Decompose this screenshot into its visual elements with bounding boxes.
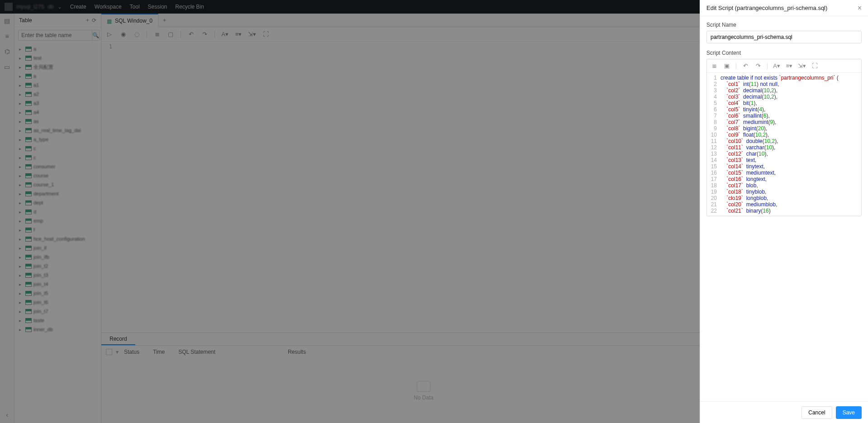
add-icon[interactable]: + <box>86 17 89 24</box>
refresh-icon[interactable]: ⟳ <box>92 17 96 24</box>
table-item[interactable]: ▸a4 <box>14 108 101 117</box>
table-name: join_t3 <box>33 272 48 278</box>
menu-workspace[interactable]: Workspace <box>95 4 122 10</box>
tab-add-button[interactable]: + <box>158 17 171 24</box>
table-item[interactable]: ▸join_t4 <box>14 280 101 289</box>
caret-icon: ▸ <box>19 237 24 242</box>
undo-icon[interactable]: ↶ <box>187 31 195 38</box>
table-name: join_if <box>33 245 47 251</box>
rail-icon-2[interactable]: ≡ <box>4 33 11 40</box>
table-item[interactable]: ▸department <box>14 189 101 198</box>
select-all-checkbox[interactable] <box>106 349 112 355</box>
table-icon <box>25 65 32 69</box>
empty-icon <box>417 381 430 392</box>
table-item[interactable]: ▸c <box>14 144 101 153</box>
caret-icon: ▸ <box>19 155 24 160</box>
table-item[interactable]: ▸d <box>14 207 101 216</box>
table-item[interactable]: ▸as <box>14 117 101 126</box>
table-item[interactable]: ▸join_t5 <box>14 289 101 298</box>
redo-icon[interactable]: ↷ <box>754 62 762 70</box>
table-item[interactable]: ▸hce_host_configuration <box>14 234 101 243</box>
table-item[interactable]: ▸f <box>14 225 101 234</box>
table-item[interactable]: ▸dept <box>14 198 101 207</box>
table-icon <box>25 155 32 160</box>
table-item[interactable]: ▸taste <box>14 316 101 325</box>
expand-icon[interactable]: ▣ <box>723 62 730 70</box>
table-name: join_t5 <box>33 290 48 296</box>
table-item[interactable]: ▸course <box>14 171 101 180</box>
table-item[interactable]: ▸join_if <box>14 243 101 252</box>
font-size-icon[interactable]: A▾ <box>773 62 780 70</box>
indent-menu-icon[interactable]: ≡▾ <box>786 62 793 70</box>
export-icon[interactable]: ⇲▾ <box>248 31 256 38</box>
search-icon[interactable]: 🔍 <box>92 30 100 41</box>
caret-icon: ▸ <box>19 200 24 205</box>
table-item[interactable]: ▸a2 <box>14 90 101 99</box>
table-item[interactable]: ▸test <box>14 53 101 62</box>
redo-icon[interactable]: ↷ <box>201 31 208 38</box>
fullscreen-icon[interactable]: ⛶ <box>262 31 269 38</box>
table-icon <box>25 237 32 241</box>
table-item[interactable]: ▸全局配置 <box>14 62 101 71</box>
table-item[interactable]: ▸a <box>14 71 101 81</box>
table-item[interactable]: ▸join_t3 <box>14 271 101 280</box>
editor-tabs: ▦ SQL Window_0 + <box>101 14 746 27</box>
script-name-input[interactable] <box>706 31 862 43</box>
database-icon[interactable]: ▤ <box>4 17 11 24</box>
format-icon[interactable]: ≣ <box>153 31 161 38</box>
rail-icon-3[interactable]: ⌬ <box>4 48 11 55</box>
editor-body[interactable] <box>115 42 746 333</box>
table-item[interactable]: ▸as_real_time_lag_dai <box>14 126 101 135</box>
table-item[interactable]: ▸a1 <box>14 81 101 90</box>
rail-icon-4[interactable]: ▭ <box>4 63 11 71</box>
script-content-editor[interactable]: 1create table if not exists `partrangeco… <box>707 73 861 216</box>
table-item[interactable]: ▸a3 <box>14 99 101 108</box>
fullscreen-icon[interactable]: ⛶ <box>811 62 818 70</box>
caret-icon: ▸ <box>19 83 24 88</box>
export-menu-icon[interactable]: ⇲▾ <box>798 62 806 70</box>
caret-icon: ▸ <box>19 291 24 296</box>
db-tag: db <box>48 4 53 10</box>
table-item[interactable]: ▸emp <box>14 216 101 225</box>
table-item[interactable]: ▸join_t6 <box>14 298 101 307</box>
table-item[interactable]: ▸join_t2 <box>14 261 101 271</box>
collapse-icon[interactable]: ‹ <box>4 411 11 418</box>
run-icon[interactable]: ▷ <box>106 31 113 38</box>
table-name: a4 <box>33 109 39 115</box>
table-search-input[interactable] <box>18 30 92 41</box>
table-item[interactable]: ▸a_type <box>14 135 101 144</box>
explain-icon[interactable]: ▢ <box>167 31 174 38</box>
undo-icon[interactable]: ↶ <box>742 62 749 70</box>
table-item[interactable]: ▸join_t7 <box>14 307 101 316</box>
table-name: a1 <box>33 82 39 88</box>
format-left-icon[interactable]: ≣ <box>711 62 718 70</box>
save-button[interactable]: Save <box>836 406 862 419</box>
menu-recycle-bin[interactable]: Recycle Bin <box>175 4 204 10</box>
menu-tool[interactable]: Tool <box>130 4 140 10</box>
tab-sql-window[interactable]: ▦ SQL Window_0 <box>101 14 158 27</box>
caret-icon: ▸ <box>19 137 24 142</box>
table-item[interactable]: ▸course_1 <box>14 180 101 189</box>
table-item[interactable]: ▸c <box>14 153 101 162</box>
tab-record[interactable]: Record <box>101 333 135 345</box>
caret-icon: ▸ <box>19 74 24 79</box>
font-icon[interactable]: A▾ <box>221 31 229 38</box>
table-item[interactable]: ▸join_ifb <box>14 252 101 261</box>
table-item[interactable]: ▸a <box>14 44 101 53</box>
table-item[interactable]: ▸consumer <box>14 162 101 171</box>
close-icon[interactable]: × <box>858 4 862 12</box>
cancel-button[interactable]: Cancel <box>801 406 832 419</box>
menu-session[interactable]: Session <box>148 4 167 10</box>
table-icon <box>25 219 32 223</box>
table-item[interactable]: ▸inner_db <box>14 325 101 334</box>
table-name: join_t7 <box>33 309 48 314</box>
chevron-down-icon[interactable]: ⌄ <box>57 4 62 10</box>
table-icon <box>25 300 32 304</box>
db-name[interactable]: mysql_t275 <box>16 4 44 10</box>
menu-create[interactable]: Create <box>70 4 86 10</box>
table-icon <box>25 228 32 232</box>
stop-icon[interactable]: ◌ <box>133 31 140 38</box>
table-name: course_1 <box>33 182 54 187</box>
run-selection-icon[interactable]: ◉ <box>119 31 127 38</box>
indent-icon[interactable]: ≡▾ <box>235 31 242 38</box>
